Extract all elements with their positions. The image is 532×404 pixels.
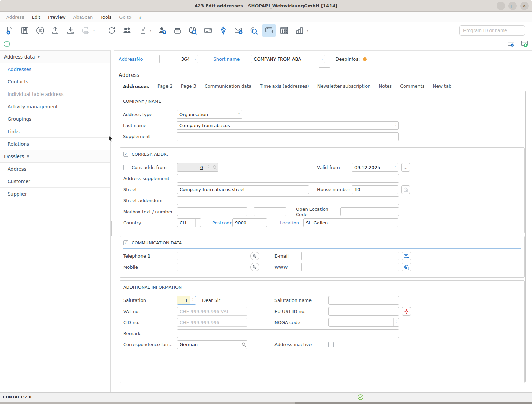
refresh-icon[interactable]: [105, 24, 118, 37]
print-dropdown-icon[interactable]: ▾: [93, 24, 98, 37]
menu-help[interactable]: ?: [136, 13, 145, 21]
phone-icon[interactable]: [171, 24, 184, 37]
address-card-icon[interactable]: [201, 24, 215, 37]
maximize-icon[interactable]: □: [508, 2, 517, 10]
sidebar-item-contacts[interactable]: Contacts: [0, 75, 110, 88]
tab-new-tab[interactable]: New tab: [429, 82, 456, 91]
search-icon[interactable]: [240, 341, 247, 349]
menu-preview[interactable]: Preview: [45, 13, 69, 21]
tab-page-3[interactable]: Page 3: [177, 82, 200, 91]
phone-call-icon[interactable]: [250, 263, 259, 271]
person-search-icon[interactable]: [156, 24, 169, 37]
form-view-icon[interactable]: [278, 24, 291, 37]
address-no-input[interactable]: [160, 55, 192, 63]
street-addendum-input[interactable]: [177, 197, 399, 205]
email-input[interactable]: [302, 252, 399, 260]
spinner-icon[interactable]: ˆˇ: [319, 55, 325, 63]
window-add-icon[interactable]: [520, 40, 529, 49]
copy-documents-icon[interactable]: [136, 24, 149, 37]
mailbox-number-input[interactable]: [254, 208, 286, 216]
salutation-input[interactable]: [177, 296, 190, 304]
valid-from-select[interactable]: ˇ: [352, 163, 398, 172]
house-number-input[interactable]: [352, 186, 398, 194]
sidebar-item-groupings[interactable]: Groupings: [0, 113, 110, 125]
street-input[interactable]: [177, 186, 309, 194]
menu-tools[interactable]: Tools: [97, 13, 115, 21]
tab-comments[interactable]: Comments: [396, 82, 429, 91]
panel-drag-handle[interactable]: [319, 67, 330, 68]
sidebar-section-dossiers[interactable]: Dossiers ▼: [0, 150, 110, 163]
eu-ust-id-input[interactable]: [329, 307, 399, 315]
spinner-icon[interactable]: ˆˇ: [393, 318, 399, 326]
sidebar-item-dossier-customer[interactable]: Customer: [0, 175, 110, 188]
window-settings-icon[interactable]: [507, 40, 515, 49]
tab-newsletter-subscription[interactable]: Newsletter subscription: [313, 82, 375, 91]
spinner-icon[interactable]: ˆˇ: [393, 122, 398, 129]
correspondence-language-input[interactable]: [177, 341, 240, 349]
sidebar-item-activity-management[interactable]: Activity management: [0, 100, 110, 113]
spinner-icon[interactable]: ˆˇ: [190, 296, 196, 304]
remark-input[interactable]: [177, 330, 399, 338]
menu-edit[interactable]: Edit: [28, 13, 44, 21]
menu-address[interactable]: Address: [3, 13, 28, 21]
data-search-icon[interactable]: [247, 24, 260, 37]
postcode-input[interactable]: [233, 219, 261, 227]
sidebar-item-dossier-supplier[interactable]: Supplier: [0, 188, 110, 200]
signature-pen-icon[interactable]: [217, 24, 230, 37]
add-circle-icon[interactable]: [3, 41, 10, 48]
valid-from-more-button[interactable]: ...: [401, 163, 410, 172]
contacts-icon[interactable]: [120, 24, 134, 37]
www-input[interactable]: [302, 263, 399, 271]
open-website-icon[interactable]: [402, 263, 411, 271]
import-icon[interactable]: [64, 24, 77, 37]
menu-goto[interactable]: Go to: [116, 13, 135, 21]
tab-communication-data[interactable]: Communication data: [200, 82, 256, 91]
chevron-down-icon[interactable]: ˇ: [236, 110, 242, 118]
chart-dropdown-icon[interactable]: ▾: [307, 24, 311, 37]
save-icon[interactable]: [18, 24, 31, 37]
chart-icon[interactable]: [293, 24, 306, 37]
cancel-icon[interactable]: [34, 24, 47, 37]
windows-icon[interactable]: [262, 24, 276, 37]
communication-data-checkbox[interactable]: ✓: [123, 240, 128, 245]
corresp-addr-checkbox[interactable]: ✓: [123, 152, 128, 157]
new-document-icon[interactable]: [3, 24, 16, 37]
sidebar-item-relations[interactable]: Relations: [0, 138, 110, 150]
last-name-input[interactable]: [177, 122, 393, 129]
export-icon[interactable]: [49, 24, 62, 37]
send-mail-icon[interactable]: [402, 252, 411, 260]
tab-page-2[interactable]: Page 2: [153, 82, 177, 91]
address-type-select[interactable]: ˇ: [177, 110, 242, 119]
open-location-code-input[interactable]: [341, 208, 399, 216]
web-search-icon[interactable]: [186, 24, 199, 37]
sidebar-item-links[interactable]: Links: [0, 125, 110, 138]
corr-addr-from-checkbox[interactable]: [123, 165, 128, 170]
tab-addresses[interactable]: Addresses: [119, 82, 153, 91]
close-icon[interactable]: ✕: [520, 2, 529, 10]
address-inactive-checkbox[interactable]: [328, 342, 334, 347]
tab-time-axis[interactable]: Time axis (addresses): [256, 82, 313, 91]
telephone1-input[interactable]: [177, 252, 247, 260]
spinner-icon[interactable]: ˆˇ: [261, 219, 267, 227]
chevron-down-icon[interactable]: ˇ: [392, 163, 398, 171]
noga-code-input[interactable]: [329, 318, 393, 326]
spinner-icon[interactable]: ˆˇ: [393, 219, 398, 227]
new-mail-icon[interactable]: [232, 24, 245, 37]
supplement-input[interactable]: [177, 133, 398, 141]
address-supplement-input[interactable]: [177, 174, 399, 182]
sidebar-item-addresses[interactable]: Addresses: [0, 63, 110, 75]
sidebar-section-address-data[interactable]: Address data ▼: [0, 51, 110, 63]
country-input[interactable]: [177, 219, 195, 227]
mailbox-text-input[interactable]: [177, 208, 247, 216]
vat-validation-icon[interactable]: [402, 307, 411, 316]
sidebar-item-dossier-address[interactable]: Address: [0, 163, 110, 175]
program-search-input[interactable]: [459, 25, 525, 36]
spinner-icon[interactable]: ˆˇ: [195, 219, 201, 227]
spinner-icon[interactable]: ˆˇ: [192, 55, 198, 63]
mobile-input[interactable]: [177, 263, 247, 271]
house-location-icon[interactable]: [401, 185, 410, 194]
short-name-input[interactable]: [251, 55, 319, 63]
phone-call-icon[interactable]: [250, 252, 259, 260]
sidebar-splitter[interactable]: [111, 221, 112, 236]
salutation-name-input[interactable]: [329, 296, 399, 304]
